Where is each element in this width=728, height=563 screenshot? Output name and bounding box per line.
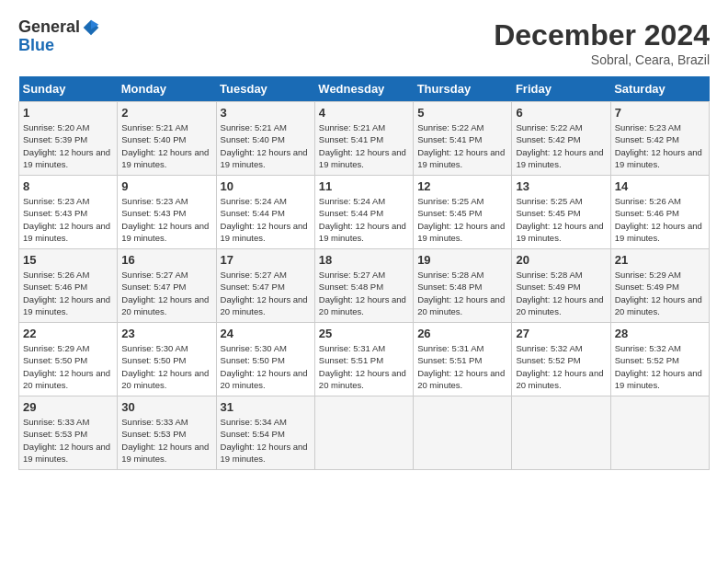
calendar-cell: 3 Sunrise: 5:21 AMSunset: 5:40 PMDayligh… xyxy=(216,102,314,176)
day-info: Sunrise: 5:28 AMSunset: 5:48 PMDaylight:… xyxy=(417,270,505,316)
calendar-cell: 13 Sunrise: 5:25 AMSunset: 5:45 PMDaylig… xyxy=(512,176,610,249)
day-number: 12 xyxy=(417,179,507,193)
month-title: December 2024 xyxy=(494,18,710,52)
day-number: 6 xyxy=(516,106,606,120)
day-info: Sunrise: 5:30 AMSunset: 5:50 PMDaylight:… xyxy=(121,343,209,390)
day-number: 21 xyxy=(615,253,705,267)
day-info: Sunrise: 5:27 AMSunset: 5:47 PMDaylight:… xyxy=(121,270,209,316)
day-number: 18 xyxy=(319,253,409,267)
location-text: Sobral, Ceara, Brazil xyxy=(494,52,710,67)
header-day-wednesday: Wednesday xyxy=(314,76,413,102)
calendar-cell: 27 Sunrise: 5:32 AMSunset: 5:52 PMDaylig… xyxy=(512,323,610,396)
day-info: Sunrise: 5:25 AMSunset: 5:45 PMDaylight:… xyxy=(417,196,505,243)
day-number: 31 xyxy=(221,400,311,414)
calendar-body: 1 Sunrise: 5:20 AMSunset: 5:39 PMDayligh… xyxy=(19,102,710,470)
day-info: Sunrise: 5:21 AMSunset: 5:40 PMDaylight:… xyxy=(121,122,209,169)
day-info: Sunrise: 5:29 AMSunset: 5:50 PMDaylight:… xyxy=(23,343,110,390)
calendar-cell: 7 Sunrise: 5:23 AMSunset: 5:42 PMDayligh… xyxy=(610,102,709,176)
day-info: Sunrise: 5:20 AMSunset: 5:39 PMDaylight:… xyxy=(23,122,110,169)
page-header: General Blue December 2024 Sobral, Ceara… xyxy=(18,18,710,67)
calendar-cell: 22 Sunrise: 5:29 AMSunset: 5:50 PMDaylig… xyxy=(19,323,118,396)
calendar-cell: 29 Sunrise: 5:33 AMSunset: 5:53 PMDaylig… xyxy=(19,396,118,470)
day-number: 8 xyxy=(23,179,113,193)
week-row-2: 8 Sunrise: 5:23 AMSunset: 5:43 PMDayligh… xyxy=(19,176,710,249)
calendar-cell: 10 Sunrise: 5:24 AMSunset: 5:44 PMDaylig… xyxy=(216,176,314,249)
day-info: Sunrise: 5:23 AMSunset: 5:43 PMDaylight:… xyxy=(23,196,110,243)
calendar-cell: 20 Sunrise: 5:28 AMSunset: 5:49 PMDaylig… xyxy=(512,249,610,323)
day-number: 26 xyxy=(417,327,507,340)
calendar-cell xyxy=(512,396,610,470)
header-day-friday: Friday xyxy=(512,76,610,102)
calendar-cell: 21 Sunrise: 5:29 AMSunset: 5:49 PMDaylig… xyxy=(610,249,709,323)
calendar-cell: 8 Sunrise: 5:23 AMSunset: 5:43 PMDayligh… xyxy=(19,176,118,249)
day-number: 25 xyxy=(319,327,409,340)
calendar-cell: 6 Sunrise: 5:22 AMSunset: 5:42 PMDayligh… xyxy=(512,102,610,176)
calendar-cell: 9 Sunrise: 5:23 AMSunset: 5:43 PMDayligh… xyxy=(118,176,216,249)
day-info: Sunrise: 5:33 AMSunset: 5:53 PMDaylight:… xyxy=(23,417,110,464)
calendar-cell: 12 Sunrise: 5:25 AMSunset: 5:45 PMDaylig… xyxy=(414,176,512,249)
day-number: 1 xyxy=(23,106,113,120)
day-number: 30 xyxy=(121,400,211,414)
day-info: Sunrise: 5:27 AMSunset: 5:47 PMDaylight:… xyxy=(221,270,308,316)
calendar-cell: 18 Sunrise: 5:27 AMSunset: 5:48 PMDaylig… xyxy=(314,249,413,323)
header-row: SundayMondayTuesdayWednesdayThursdayFrid… xyxy=(19,76,710,102)
day-info: Sunrise: 5:26 AMSunset: 5:46 PMDaylight:… xyxy=(615,196,702,243)
day-info: Sunrise: 5:30 AMSunset: 5:50 PMDaylight:… xyxy=(221,343,308,390)
week-row-4: 22 Sunrise: 5:29 AMSunset: 5:50 PMDaylig… xyxy=(19,323,710,396)
day-info: Sunrise: 5:28 AMSunset: 5:49 PMDaylight:… xyxy=(516,270,603,316)
day-number: 9 xyxy=(121,179,211,193)
day-number: 2 xyxy=(121,106,211,120)
day-info: Sunrise: 5:21 AMSunset: 5:40 PMDaylight:… xyxy=(221,122,308,169)
day-number: 28 xyxy=(615,327,705,340)
header-day-tuesday: Tuesday xyxy=(216,76,314,102)
day-info: Sunrise: 5:23 AMSunset: 5:43 PMDaylight:… xyxy=(121,196,209,243)
day-number: 29 xyxy=(23,400,113,414)
day-number: 23 xyxy=(121,327,211,340)
calendar-cell: 23 Sunrise: 5:30 AMSunset: 5:50 PMDaylig… xyxy=(118,323,216,396)
logo-general-text: General xyxy=(18,18,80,37)
day-number: 15 xyxy=(23,253,113,267)
day-info: Sunrise: 5:33 AMSunset: 5:53 PMDaylight:… xyxy=(121,417,209,464)
logo-icon xyxy=(82,18,100,37)
header-day-saturday: Saturday xyxy=(610,76,709,102)
calendar-cell xyxy=(414,396,512,470)
day-info: Sunrise: 5:24 AMSunset: 5:44 PMDaylight:… xyxy=(221,196,308,243)
logo: General Blue xyxy=(18,18,100,55)
day-info: Sunrise: 5:32 AMSunset: 5:52 PMDaylight:… xyxy=(615,343,702,390)
calendar-header: SundayMondayTuesdayWednesdayThursdayFrid… xyxy=(19,76,710,102)
day-info: Sunrise: 5:22 AMSunset: 5:42 PMDaylight:… xyxy=(516,122,603,169)
calendar-table: SundayMondayTuesdayWednesdayThursdayFrid… xyxy=(18,76,710,470)
header-day-monday: Monday xyxy=(118,76,216,102)
calendar-cell: 5 Sunrise: 5:22 AMSunset: 5:41 PMDayligh… xyxy=(414,102,512,176)
day-info: Sunrise: 5:29 AMSunset: 5:49 PMDaylight:… xyxy=(615,270,702,316)
day-number: 24 xyxy=(221,327,311,340)
calendar-cell: 2 Sunrise: 5:21 AMSunset: 5:40 PMDayligh… xyxy=(118,102,216,176)
day-number: 17 xyxy=(221,253,311,267)
calendar-cell xyxy=(314,396,413,470)
day-info: Sunrise: 5:31 AMSunset: 5:51 PMDaylight:… xyxy=(417,343,505,390)
day-info: Sunrise: 5:23 AMSunset: 5:42 PMDaylight:… xyxy=(615,122,702,169)
day-number: 3 xyxy=(221,106,311,120)
calendar-cell: 14 Sunrise: 5:26 AMSunset: 5:46 PMDaylig… xyxy=(610,176,709,249)
day-number: 20 xyxy=(516,253,606,267)
day-number: 7 xyxy=(615,106,705,120)
day-number: 11 xyxy=(319,179,409,193)
day-number: 27 xyxy=(516,327,606,340)
calendar-cell: 24 Sunrise: 5:30 AMSunset: 5:50 PMDaylig… xyxy=(216,323,314,396)
day-info: Sunrise: 5:25 AMSunset: 5:45 PMDaylight:… xyxy=(516,196,603,243)
calendar-cell: 4 Sunrise: 5:21 AMSunset: 5:41 PMDayligh… xyxy=(314,102,413,176)
day-info: Sunrise: 5:32 AMSunset: 5:52 PMDaylight:… xyxy=(516,343,603,390)
calendar-cell: 19 Sunrise: 5:28 AMSunset: 5:48 PMDaylig… xyxy=(414,249,512,323)
header-day-thursday: Thursday xyxy=(414,76,512,102)
calendar-cell: 1 Sunrise: 5:20 AMSunset: 5:39 PMDayligh… xyxy=(19,102,118,176)
day-info: Sunrise: 5:24 AMSunset: 5:44 PMDaylight:… xyxy=(319,196,406,243)
title-block: December 2024 Sobral, Ceara, Brazil xyxy=(494,18,710,67)
calendar-cell: 25 Sunrise: 5:31 AMSunset: 5:51 PMDaylig… xyxy=(314,323,413,396)
week-row-1: 1 Sunrise: 5:20 AMSunset: 5:39 PMDayligh… xyxy=(19,102,710,176)
day-number: 5 xyxy=(417,106,507,120)
day-info: Sunrise: 5:34 AMSunset: 5:54 PMDaylight:… xyxy=(221,417,308,464)
day-info: Sunrise: 5:21 AMSunset: 5:41 PMDaylight:… xyxy=(319,122,406,169)
logo-blue-text: Blue xyxy=(18,37,100,55)
calendar-cell: 11 Sunrise: 5:24 AMSunset: 5:44 PMDaylig… xyxy=(314,176,413,249)
calendar-cell: 17 Sunrise: 5:27 AMSunset: 5:47 PMDaylig… xyxy=(216,249,314,323)
